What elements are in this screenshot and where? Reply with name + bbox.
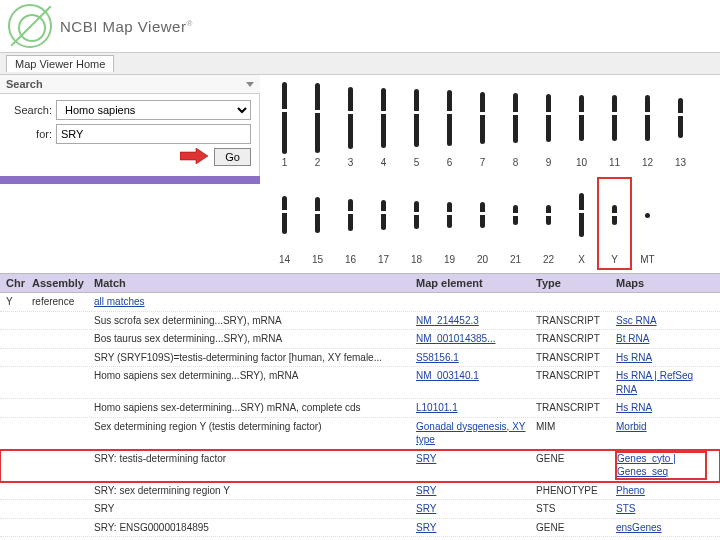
chromosome-label: 3 xyxy=(334,157,367,168)
organism-label: Search: xyxy=(8,104,52,116)
maps-link[interactable]: Hs RNA xyxy=(616,352,652,363)
table-row: SRY: testis-determining factorSRYGENEGen… xyxy=(0,450,720,482)
col-type: Type xyxy=(536,277,616,289)
chromosome-12[interactable]: 12 xyxy=(631,81,664,172)
col-map: Map element xyxy=(416,277,536,289)
query-input[interactable] xyxy=(56,124,251,144)
nav-bar: Map Viewer Home xyxy=(0,53,720,75)
map-element-link[interactable]: SRY xyxy=(416,503,436,514)
chromosome-19[interactable]: 19 xyxy=(433,178,466,269)
maps-link[interactable]: Pheno xyxy=(616,485,645,496)
chromosome-20[interactable]: 20 xyxy=(466,178,499,269)
chromosome-6[interactable]: 6 xyxy=(433,81,466,172)
chromosome-label: Y xyxy=(598,254,631,265)
chromosome-15[interactable]: 15 xyxy=(301,178,334,269)
chromosome-label: MT xyxy=(631,254,664,265)
map-element-link[interactable]: NM_003140.1 xyxy=(416,370,479,381)
chromosome-label: 12 xyxy=(631,157,664,168)
chromosome-11[interactable]: 11 xyxy=(598,81,631,172)
table-row: SRY: ENSG00000184895SRYGENEensGenes xyxy=(0,519,720,538)
map-element-link[interactable]: SRY xyxy=(416,485,436,496)
chromosome-label: 18 xyxy=(400,254,433,265)
table-row: Homo sapiens sex determining...SRY), mRN… xyxy=(0,367,720,399)
chromosome-label: 22 xyxy=(532,254,565,265)
chromosome-label: 8 xyxy=(499,157,532,168)
chromosome-13[interactable]: 13 xyxy=(664,81,697,172)
chromosome-label: 14 xyxy=(268,254,301,265)
all-matches-link[interactable]: all matches xyxy=(94,296,145,307)
results-body: Yreferenceall matchesSus scrofa sex dete… xyxy=(0,293,720,540)
maps-link[interactable]: Bt RNA xyxy=(616,333,649,344)
chromosome-X[interactable]: X xyxy=(565,178,598,269)
chromosome-4[interactable]: 4 xyxy=(367,81,400,172)
col-chr: Chr xyxy=(6,277,32,289)
maps-link[interactable]: Hs RNA | RefSeq RNA xyxy=(616,370,693,395)
chromosome-17[interactable]: 17 xyxy=(367,178,400,269)
svg-marker-0 xyxy=(180,148,208,164)
search-section-header[interactable]: Search xyxy=(0,75,260,94)
table-row: SRY (SRYF109S)=testis-determining factor… xyxy=(0,349,720,368)
chromosome-label: 4 xyxy=(367,157,400,168)
table-row: Bos taurus sex determining...SRY), mRNAN… xyxy=(0,330,720,349)
chromosome-label: 16 xyxy=(334,254,367,265)
organism-select[interactable]: Homo sapiens xyxy=(56,100,251,120)
chromosome-22[interactable]: 22 xyxy=(532,178,565,269)
col-maps: Maps xyxy=(616,277,706,289)
chromosome-2[interactable]: 2 xyxy=(301,81,334,172)
map-element-link[interactable]: SRY xyxy=(416,453,436,464)
chromosome-label: 10 xyxy=(565,157,598,168)
chromosome-label: 19 xyxy=(433,254,466,265)
chromosome-label: 7 xyxy=(466,157,499,168)
chromosome-label: 2 xyxy=(301,157,334,168)
chromosome-label: 11 xyxy=(598,157,631,168)
go-button[interactable]: Go xyxy=(214,148,251,166)
chromosome-21[interactable]: 21 xyxy=(499,178,532,269)
chromosome-1[interactable]: 1 xyxy=(268,81,301,172)
chromosome-label: 9 xyxy=(532,157,565,168)
chromosome-MT[interactable]: MT xyxy=(631,178,664,269)
maps-link[interactable]: Morbid xyxy=(616,421,647,432)
chromosome-label: 6 xyxy=(433,157,466,168)
col-asm: Assembly xyxy=(32,277,94,289)
app-header: NCBI Map Viewer® xyxy=(0,0,720,53)
map-element-link[interactable]: SRY xyxy=(416,522,436,533)
ncbi-logo-icon xyxy=(8,4,52,48)
chromosome-16[interactable]: 16 xyxy=(334,178,367,269)
chromosome-label: 1 xyxy=(268,157,301,168)
map-element-link[interactable]: NM_214452.3 xyxy=(416,315,479,326)
table-row: Sex determining region Y (testis determi… xyxy=(0,418,720,450)
left-pane: Search Search: Homo sapiens for: Go xyxy=(0,75,260,273)
results-header: Chr Assembly Match Map element Type Maps xyxy=(0,273,720,293)
chromosome-label: X xyxy=(565,254,598,265)
chromosome-5[interactable]: 5 xyxy=(400,81,433,172)
chromosome-7[interactable]: 7 xyxy=(466,81,499,172)
maps-link[interactable]: Hs RNA xyxy=(616,402,652,413)
chromosome-8[interactable]: 8 xyxy=(499,81,532,172)
app-title: NCBI Map Viewer® xyxy=(60,18,193,35)
map-element-link[interactable]: S58156.1 xyxy=(416,352,459,363)
maps-link[interactable]: ensGenes xyxy=(616,522,662,533)
chromosome-9[interactable]: 9 xyxy=(532,81,565,172)
map-element-link[interactable]: Gonadal dysgenesis, XY type xyxy=(416,421,526,446)
table-row: Homo sapiens sex-determining...SRY) mRNA… xyxy=(0,399,720,418)
table-row: SRY: sex determining region YSRYPHENOTYP… xyxy=(0,482,720,501)
maps-link[interactable]: Ssc RNA xyxy=(616,315,657,326)
chromosome-3[interactable]: 3 xyxy=(334,81,367,172)
map-element-link[interactable]: L10101.1 xyxy=(416,402,458,413)
chromosome-14[interactable]: 14 xyxy=(268,178,301,269)
maps-link[interactable]: Genes_cyto | Genes_seq xyxy=(616,452,706,479)
chromosome-10[interactable]: 10 xyxy=(565,81,598,172)
chromosome-label: 17 xyxy=(367,254,400,265)
table-row: Sus scrofa sex determining...SRY), mRNAN… xyxy=(0,312,720,331)
map-element-link[interactable]: NM_001014385... xyxy=(416,333,496,344)
chromosome-label: 21 xyxy=(499,254,532,265)
tab-map-viewer-home[interactable]: Map Viewer Home xyxy=(6,55,114,72)
chromosome-18[interactable]: 18 xyxy=(400,178,433,269)
chromosome-ideogram-panel: 12345678910111213 141516171819202122XYMT xyxy=(260,75,720,273)
chromosome-Y[interactable]: Y xyxy=(598,178,631,269)
maps-link[interactable]: STS xyxy=(616,503,635,514)
chromosome-label: 13 xyxy=(664,157,697,168)
query-label: for: xyxy=(8,128,52,140)
table-row: SRYSRYSTSSTS xyxy=(0,500,720,519)
search-form: Search: Homo sapiens for: Go xyxy=(0,94,260,176)
